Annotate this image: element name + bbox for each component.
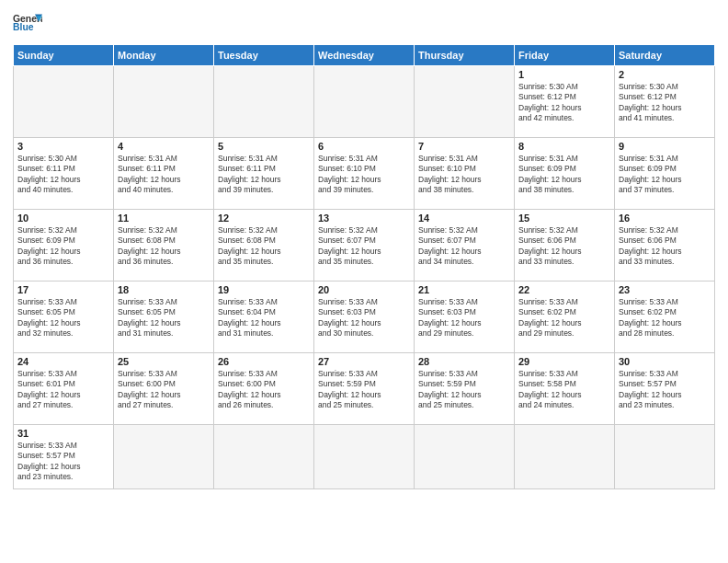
- calendar-cell: 2Sunrise: 5:30 AM Sunset: 6:12 PM Daylig…: [615, 66, 715, 138]
- day-number: 23: [619, 284, 711, 295]
- calendar-cell: 27Sunrise: 5:33 AM Sunset: 5:59 PM Dayli…: [314, 353, 415, 425]
- calendar-row-3: 17Sunrise: 5:33 AM Sunset: 6:05 PM Dayli…: [14, 282, 715, 353]
- day-info: Sunrise: 5:32 AM Sunset: 6:09 PM Dayligh…: [17, 225, 109, 268]
- calendar-cell: [515, 425, 615, 489]
- weekday-header-saturday: Saturday: [615, 45, 715, 66]
- calendar-row-1: 3Sunrise: 5:30 AM Sunset: 6:11 PM Daylig…: [14, 138, 715, 210]
- calendar-cell: [314, 66, 415, 138]
- day-number: 3: [17, 141, 109, 152]
- day-info: Sunrise: 5:33 AM Sunset: 6:02 PM Dayligh…: [619, 297, 711, 339]
- calendar-cell: [615, 425, 715, 489]
- calendar-cell: 23Sunrise: 5:33 AM Sunset: 6:02 PM Dayli…: [615, 282, 715, 353]
- calendar-row-5: 31Sunrise: 5:33 AM Sunset: 5:57 PM Dayli…: [14, 425, 715, 489]
- day-info: Sunrise: 5:33 AM Sunset: 6:04 PM Dayligh…: [218, 297, 310, 339]
- calendar-cell: 22Sunrise: 5:33 AM Sunset: 6:02 PM Dayli…: [515, 282, 615, 353]
- day-info: Sunrise: 5:33 AM Sunset: 5:57 PM Dayligh…: [619, 369, 711, 411]
- day-number: 25: [118, 356, 210, 367]
- day-number: 28: [418, 356, 510, 367]
- day-info: Sunrise: 5:33 AM Sunset: 6:00 PM Dayligh…: [118, 369, 210, 411]
- day-info: Sunrise: 5:30 AM Sunset: 6:11 PM Dayligh…: [17, 154, 109, 196]
- calendar-cell: 31Sunrise: 5:33 AM Sunset: 5:57 PM Dayli…: [14, 425, 114, 489]
- day-info: Sunrise: 5:33 AM Sunset: 5:59 PM Dayligh…: [318, 369, 410, 411]
- day-info: Sunrise: 5:31 AM Sunset: 6:09 PM Dayligh…: [518, 154, 610, 196]
- day-info: Sunrise: 5:32 AM Sunset: 6:08 PM Dayligh…: [118, 225, 210, 268]
- day-number: 30: [619, 356, 711, 367]
- calendar-cell: 19Sunrise: 5:33 AM Sunset: 6:04 PM Dayli…: [214, 282, 314, 353]
- day-number: 10: [17, 213, 109, 224]
- day-info: Sunrise: 5:31 AM Sunset: 6:10 PM Dayligh…: [418, 154, 510, 196]
- day-number: 18: [118, 284, 210, 295]
- weekday-header-tuesday: Tuesday: [214, 45, 314, 66]
- calendar-cell: [214, 66, 314, 138]
- day-number: 6: [318, 141, 410, 152]
- weekday-header-row: SundayMondayTuesdayWednesdayThursdayFrid…: [14, 45, 715, 66]
- calendar-cell: 17Sunrise: 5:33 AM Sunset: 6:05 PM Dayli…: [14, 282, 114, 353]
- calendar-cell: 6Sunrise: 5:31 AM Sunset: 6:10 PM Daylig…: [314, 138, 415, 210]
- day-info: Sunrise: 5:33 AM Sunset: 5:57 PM Dayligh…: [17, 441, 109, 483]
- calendar-table: SundayMondayTuesdayWednesdayThursdayFrid…: [13, 44, 715, 489]
- day-number: 11: [118, 213, 210, 224]
- day-number: 16: [619, 213, 711, 224]
- calendar-cell: 1Sunrise: 5:30 AM Sunset: 6:12 PM Daylig…: [515, 66, 615, 138]
- calendar-cell: 20Sunrise: 5:33 AM Sunset: 6:03 PM Dayli…: [314, 282, 415, 353]
- day-number: 20: [318, 284, 410, 295]
- day-info: Sunrise: 5:33 AM Sunset: 6:02 PM Dayligh…: [518, 297, 610, 339]
- day-number: 31: [17, 428, 109, 439]
- calendar-cell: 30Sunrise: 5:33 AM Sunset: 5:57 PM Dayli…: [615, 353, 715, 425]
- day-info: Sunrise: 5:33 AM Sunset: 6:00 PM Dayligh…: [218, 369, 310, 411]
- day-info: Sunrise: 5:32 AM Sunset: 6:08 PM Dayligh…: [218, 225, 310, 268]
- calendar-cell: [114, 425, 214, 489]
- calendar-cell: 11Sunrise: 5:32 AM Sunset: 6:08 PM Dayli…: [114, 210, 214, 282]
- day-info: Sunrise: 5:32 AM Sunset: 6:06 PM Dayligh…: [619, 225, 711, 268]
- weekday-header-thursday: Thursday: [415, 45, 515, 66]
- weekday-header-sunday: Sunday: [14, 45, 114, 66]
- calendar-cell: 12Sunrise: 5:32 AM Sunset: 6:08 PM Dayli…: [214, 210, 314, 282]
- calendar-cell: 13Sunrise: 5:32 AM Sunset: 6:07 PM Dayli…: [314, 210, 415, 282]
- calendar-cell: 8Sunrise: 5:31 AM Sunset: 6:09 PM Daylig…: [515, 138, 615, 210]
- calendar-cell: 25Sunrise: 5:33 AM Sunset: 6:00 PM Dayli…: [114, 353, 214, 425]
- day-number: 2: [619, 69, 711, 80]
- calendar-cell: 28Sunrise: 5:33 AM Sunset: 5:59 PM Dayli…: [415, 353, 515, 425]
- calendar-cell: 18Sunrise: 5:33 AM Sunset: 6:05 PM Dayli…: [114, 282, 214, 353]
- day-info: Sunrise: 5:30 AM Sunset: 6:12 PM Dayligh…: [518, 82, 610, 124]
- day-info: Sunrise: 5:30 AM Sunset: 6:12 PM Dayligh…: [619, 82, 711, 124]
- calendar-cell: 4Sunrise: 5:31 AM Sunset: 6:11 PM Daylig…: [114, 138, 214, 210]
- calendar-cell: [415, 425, 515, 489]
- day-info: Sunrise: 5:33 AM Sunset: 5:59 PM Dayligh…: [418, 369, 510, 411]
- calendar-row-2: 10Sunrise: 5:32 AM Sunset: 6:09 PM Dayli…: [14, 210, 715, 282]
- page-header: General Blue: [13, 11, 715, 37]
- calendar-cell: 5Sunrise: 5:31 AM Sunset: 6:11 PM Daylig…: [214, 138, 314, 210]
- day-number: 8: [518, 141, 610, 152]
- calendar-cell: 15Sunrise: 5:32 AM Sunset: 6:06 PM Dayli…: [515, 210, 615, 282]
- day-number: 14: [418, 213, 510, 224]
- calendar-cell: [14, 66, 114, 138]
- day-number: 19: [218, 284, 310, 295]
- day-number: 9: [619, 141, 711, 152]
- day-info: Sunrise: 5:33 AM Sunset: 6:05 PM Dayligh…: [17, 297, 109, 339]
- day-info: Sunrise: 5:33 AM Sunset: 6:03 PM Dayligh…: [418, 297, 510, 339]
- day-number: 7: [418, 141, 510, 152]
- day-number: 15: [518, 213, 610, 224]
- day-info: Sunrise: 5:33 AM Sunset: 6:03 PM Dayligh…: [318, 297, 410, 339]
- day-number: 4: [118, 141, 210, 152]
- svg-text:Blue: Blue: [13, 22, 34, 32]
- day-info: Sunrise: 5:31 AM Sunset: 6:09 PM Dayligh…: [619, 154, 711, 196]
- calendar-cell: 26Sunrise: 5:33 AM Sunset: 6:00 PM Dayli…: [214, 353, 314, 425]
- day-number: 22: [518, 284, 610, 295]
- calendar-cell: 9Sunrise: 5:31 AM Sunset: 6:09 PM Daylig…: [615, 138, 715, 210]
- day-number: 5: [218, 141, 310, 152]
- day-number: 26: [218, 356, 310, 367]
- day-info: Sunrise: 5:31 AM Sunset: 6:10 PM Dayligh…: [318, 154, 410, 196]
- day-info: Sunrise: 5:32 AM Sunset: 6:06 PM Dayligh…: [518, 225, 610, 268]
- day-number: 17: [17, 284, 109, 295]
- calendar-cell: 7Sunrise: 5:31 AM Sunset: 6:10 PM Daylig…: [415, 138, 515, 210]
- day-number: 24: [17, 356, 109, 367]
- weekday-header-monday: Monday: [114, 45, 214, 66]
- day-number: 12: [218, 213, 310, 224]
- day-info: Sunrise: 5:32 AM Sunset: 6:07 PM Dayligh…: [318, 225, 410, 268]
- day-info: Sunrise: 5:31 AM Sunset: 6:11 PM Dayligh…: [218, 154, 310, 196]
- day-info: Sunrise: 5:33 AM Sunset: 6:01 PM Dayligh…: [17, 369, 109, 411]
- calendar-row-4: 24Sunrise: 5:33 AM Sunset: 6:01 PM Dayli…: [14, 353, 715, 425]
- logo: General Blue: [13, 11, 42, 37]
- day-number: 1: [518, 69, 610, 80]
